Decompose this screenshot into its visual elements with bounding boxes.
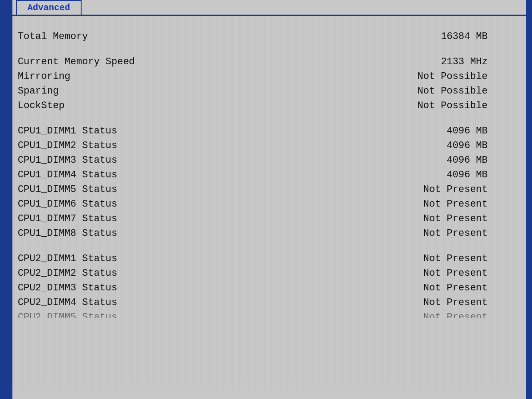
- label-cpu1-dimm7: CPU1_DIMM7 Status: [18, 213, 117, 224]
- partial-row: CPU2_DIMM5 StatusNot Present: [18, 310, 514, 318]
- tab-advanced[interactable]: Advanced: [16, 0, 82, 15]
- label-sparing: Sparing: [18, 86, 59, 97]
- label-cpu1-dimm2: CPU1_DIMM2 Status: [18, 140, 117, 151]
- content-area: Total Memory16384 MBCurrent Memory Speed…: [0, 16, 532, 399]
- row-cpu1-dimm3: CPU1_DIMM3 Status4096 MB: [18, 153, 514, 168]
- label-cpu2-dimm4: CPU2_DIMM4 Status: [18, 297, 117, 308]
- value-cpu2-dimm2: Not Present: [423, 268, 514, 279]
- label-lockstep: LockStep: [18, 100, 65, 111]
- label-cpu1-dimm3: CPU1_DIMM3 Status: [18, 155, 117, 166]
- row-cpu2-dimm1: CPU2_DIMM1 StatusNot Present: [18, 251, 514, 266]
- value-cpu1-dimm4: 4096 MB: [447, 169, 514, 180]
- row-cpu2-dimm4: CPU2_DIMM4 StatusNot Present: [18, 295, 514, 310]
- value-cpu1-dimm8: Not Present: [423, 228, 514, 239]
- bios-screen: Advanced Total Memory16384 MBCurrent Mem…: [0, 0, 532, 399]
- label-cpu1-dimm6: CPU1_DIMM6 Status: [18, 199, 117, 210]
- value-cpu1-dimm6: Not Present: [423, 199, 514, 210]
- label-cpu2-dimm2: CPU2_DIMM2 Status: [18, 268, 117, 279]
- row-cpu2-dimm3: CPU2_DIMM3 StatusNot Present: [18, 281, 514, 295]
- label-current-memory-speed: Current Memory Speed: [18, 56, 135, 67]
- value-lockstep: Not Possible: [418, 100, 514, 111]
- row-cpu2-dimm2: CPU2_DIMM2 StatusNot Present: [18, 266, 514, 281]
- tab-bar: Advanced: [0, 0, 532, 16]
- partial-label: CPU2_DIMM5 Status: [18, 312, 117, 318]
- label-cpu1-dimm5: CPU1_DIMM5 Status: [18, 184, 117, 195]
- label-cpu1-dimm4: CPU1_DIMM4 Status: [18, 169, 117, 180]
- value-cpu2-dimm1: Not Present: [423, 253, 514, 264]
- partial-value: Not Present: [423, 312, 514, 318]
- value-cpu1-dimm5: Not Present: [423, 184, 514, 195]
- spacer-row: [18, 113, 514, 124]
- value-cpu1-dimm3: 4096 MB: [447, 155, 514, 166]
- spacer-row: [18, 44, 514, 55]
- label-cpu1-dimm8: CPU1_DIMM8 Status: [18, 228, 117, 239]
- row-cpu1-dimm2: CPU1_DIMM2 Status4096 MB: [18, 138, 514, 153]
- value-current-memory-speed: 2133 MHz: [441, 56, 514, 67]
- row-cpu1-dimm4: CPU1_DIMM4 Status4096 MB: [18, 168, 514, 182]
- value-cpu2-dimm4: Not Present: [423, 297, 514, 308]
- row-cpu1-dimm6: CPU1_DIMM6 StatusNot Present: [18, 197, 514, 211]
- label-cpu2-dimm1: CPU2_DIMM1 Status: [18, 253, 117, 264]
- value-sparing: Not Possible: [418, 86, 514, 97]
- row-cpu1-dimm7: CPU1_DIMM7 StatusNot Present: [18, 211, 514, 226]
- value-cpu1-dimm7: Not Present: [423, 213, 514, 224]
- value-total-memory: 16384 MB: [441, 31, 514, 42]
- spacer-row: [18, 241, 514, 251]
- value-mirroring: Not Possible: [418, 71, 514, 82]
- value-cpu1-dimm1: 4096 MB: [447, 125, 514, 137]
- value-cpu2-dimm3: Not Present: [423, 282, 514, 293]
- row-lockstep: LockStepNot Possible: [18, 98, 514, 113]
- label-cpu1-dimm1: CPU1_DIMM1 Status: [18, 125, 117, 137]
- info-table: Total Memory16384 MBCurrent Memory Speed…: [18, 29, 514, 318]
- row-cpu1-dimm1: CPU1_DIMM1 Status4096 MB: [18, 124, 514, 138]
- row-current-memory-speed: Current Memory Speed2133 MHz: [18, 55, 514, 69]
- label-mirroring: Mirroring: [18, 71, 70, 82]
- row-total-memory: Total Memory16384 MB: [18, 29, 514, 44]
- row-sparing: SparingNot Possible: [18, 84, 514, 98]
- row-cpu1-dimm5: CPU1_DIMM5 StatusNot Present: [18, 182, 514, 197]
- row-mirroring: MirroringNot Possible: [18, 69, 514, 84]
- row-cpu1-dimm8: CPU1_DIMM8 StatusNot Present: [18, 226, 514, 241]
- label-total-memory: Total Memory: [18, 31, 88, 42]
- value-cpu1-dimm2: 4096 MB: [447, 140, 514, 151]
- label-cpu2-dimm3: CPU2_DIMM3 Status: [18, 282, 117, 293]
